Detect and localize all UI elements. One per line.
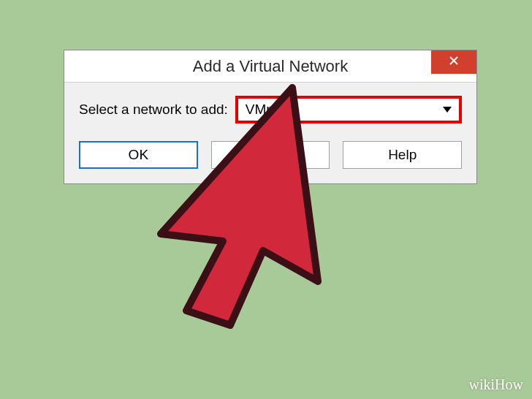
ok-button-label: OK [129, 147, 148, 163]
network-dropdown[interactable]: VMnet3 [235, 96, 462, 123]
close-icon [449, 56, 459, 69]
ok-button[interactable]: OK [79, 141, 198, 169]
cancel-button-label: Cancel [248, 147, 292, 163]
dropdown-value: VMnet3 [246, 102, 443, 118]
dialog-content: Select a network to add: VMnet3 OK Cance… [64, 83, 476, 183]
dialog-title: Add a Virtual Network [193, 57, 348, 76]
help-button-label: Help [388, 147, 417, 163]
help-button[interactable]: Help [343, 141, 462, 169]
network-select-label: Select a network to add: [79, 102, 228, 118]
add-virtual-network-dialog: Add a Virtual Network Select a network t… [64, 50, 477, 184]
cancel-button[interactable]: Cancel [211, 141, 330, 169]
close-button[interactable] [431, 50, 476, 74]
dialog-button-row: OK Cancel Help [79, 141, 462, 169]
chevron-down-icon [443, 107, 452, 113]
dialog-titlebar: Add a Virtual Network [64, 50, 476, 83]
network-select-row: Select a network to add: VMnet3 [79, 96, 462, 123]
watermark: wikiHow [469, 376, 523, 393]
